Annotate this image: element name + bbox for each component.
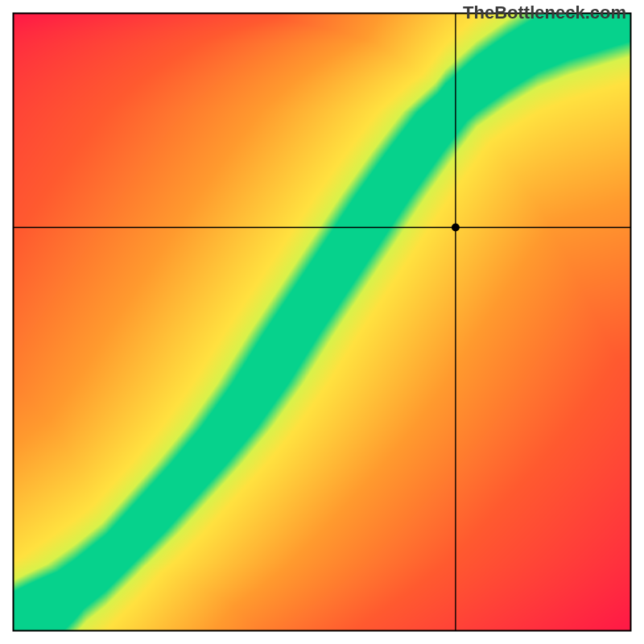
watermark-label: TheBottleneck.com	[463, 2, 626, 23]
bottleneck-heatmap	[0, 0, 644, 644]
